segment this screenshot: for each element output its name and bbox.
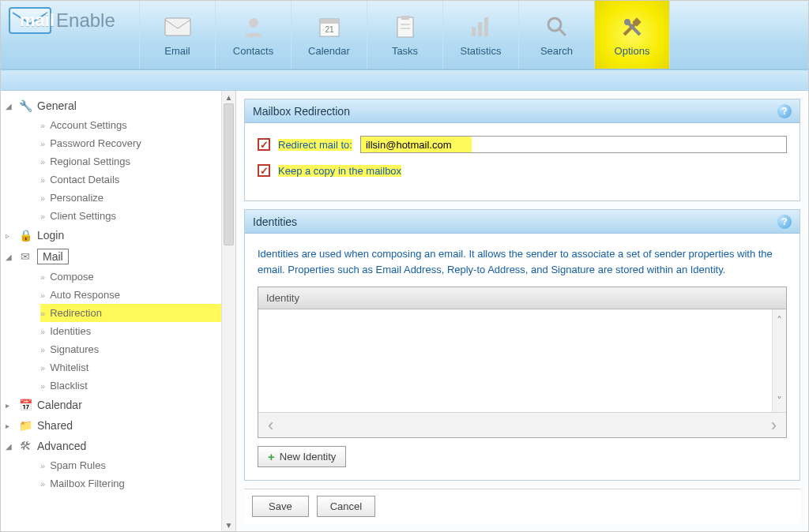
sidebar-item-spam-rules[interactable]: »Spam Rules <box>40 456 223 474</box>
sidebar-item-label: Contact Details <box>50 174 119 185</box>
plus-icon: + <box>268 450 275 463</box>
scroll-up-icon[interactable]: ▲ <box>222 91 235 103</box>
sidebar-cat-login-label: Login <box>37 229 64 242</box>
grid-scrollbar[interactable]: ˄ ˅ <box>772 309 786 412</box>
sidebar-cat-calendar[interactable]: ▸ 📅 Calendar <box>4 395 223 415</box>
chevron-icon: » <box>40 290 45 300</box>
sidebar-item-account-settings[interactable]: »Account Settings <box>40 116 223 134</box>
sidebar-cat-shared-label: Shared <box>37 419 73 432</box>
save-label: Save <box>269 500 292 512</box>
nav-search[interactable]: Search <box>518 1 594 69</box>
sidebar-cat-login[interactable]: ▹ 🔒 Login <box>4 225 223 245</box>
sidebar-item-identities[interactable]: »Identities <box>40 322 223 340</box>
save-button[interactable]: Save <box>252 496 309 517</box>
panel-header: Identities ? <box>245 210 800 234</box>
folder-icon: 📁 <box>18 418 32 433</box>
sidebar-cat-mail[interactable]: ◢ ✉ Mail <box>4 245 223 268</box>
next-page-icon[interactable]: › <box>771 415 777 436</box>
sidebar-item-redirection[interactable]: »Redirection <box>40 304 223 322</box>
redirect-checkbox[interactable] <box>258 138 270 151</box>
chevron-icon: » <box>40 272 45 282</box>
sidebar-cat-advanced[interactable]: ◢ 🛠 Advanced <box>4 436 223 456</box>
chevron-icon: » <box>40 193 45 203</box>
sidebar-item-password-recovery[interactable]: »Password Recovery <box>40 134 223 152</box>
chevron-icon: » <box>40 479 45 489</box>
sidebar-item-client-settings[interactable]: »Client Settings <box>40 207 223 225</box>
identities-grid: Identity ˄ ˅ ‹ › <box>258 287 787 438</box>
sidebar-item-label: Personalize <box>50 192 103 204</box>
svg-rect-10 <box>478 22 482 36</box>
svg-rect-0 <box>165 18 190 36</box>
sidebar-item-label: Whitelist <box>50 362 88 373</box>
redirect-label: Redirect mail to: <box>278 139 352 151</box>
new-identity-button[interactable]: + New Identity <box>258 446 346 467</box>
sidebar: ◢ 🔧 General »Account Settings »Password … <box>1 91 236 531</box>
tools-icon: 🛠 <box>18 439 32 453</box>
sidebar-item-label: Compose <box>50 271 94 283</box>
sidebar-item-personalize[interactable]: »Personalize <box>40 189 223 207</box>
sidebar-item-compose[interactable]: »Compose <box>40 268 223 286</box>
twisty-icon: ◢ <box>6 102 13 111</box>
prev-page-icon[interactable]: ‹ <box>268 415 273 436</box>
sidebar-cat-general-label: General <box>37 99 77 112</box>
twisty-icon: ▸ <box>6 401 13 410</box>
new-identity-label: New Identity <box>280 451 337 463</box>
nav-email[interactable]: Email <box>139 1 215 69</box>
nav-calendar[interactable]: 21 Calendar <box>291 1 367 69</box>
email-icon <box>164 13 191 40</box>
sidebar-item-contact-details[interactable]: »Contact Details <box>40 170 223 189</box>
chevron-icon: » <box>40 381 45 391</box>
sidebar-item-label: Auto Response <box>50 289 120 301</box>
sidebar-cat-general[interactable]: ◢ 🔧 General <box>4 96 223 116</box>
svg-point-1 <box>249 18 258 28</box>
sidebar-item-blacklist[interactable]: »Blacklist <box>40 377 223 395</box>
redirect-input[interactable] <box>360 136 787 153</box>
scroll-down-icon[interactable]: ˅ <box>777 395 782 407</box>
svg-line-13 <box>559 29 566 36</box>
help-icon[interactable]: ? <box>777 104 792 118</box>
svg-text:21: 21 <box>325 25 334 34</box>
statistics-icon <box>468 13 495 40</box>
sidebar-item-label: Blacklist <box>50 380 88 392</box>
sidebar-item-signatures[interactable]: »Signatures <box>40 340 223 358</box>
chevron-icon: » <box>40 309 45 318</box>
chevron-icon: » <box>40 121 45 130</box>
sidebar-cat-advanced-label: Advanced <box>37 440 86 452</box>
sidebar-item-regional-settings[interactable]: »Regional Settings <box>40 152 223 170</box>
nav-options[interactable]: Options <box>594 1 670 69</box>
twisty-icon: ◢ <box>6 442 13 451</box>
chevron-icon: » <box>40 157 45 167</box>
app-logo: mail Enable <box>1 1 139 69</box>
sidebar-cat-calendar-label: Calendar <box>37 399 82 411</box>
nav-tasks[interactable]: Tasks <box>367 1 442 69</box>
svg-rect-9 <box>472 27 476 36</box>
nav-statistics[interactable]: Statistics <box>442 1 518 69</box>
sidebar-item-label: Signatures <box>50 343 99 355</box>
chevron-icon: » <box>40 139 45 148</box>
help-icon[interactable]: ? <box>777 215 792 229</box>
sidebar-item-label: Client Settings <box>50 210 116 222</box>
chevron-icon: » <box>40 345 45 354</box>
lock-icon: 🔒 <box>18 228 32 242</box>
sidebar-item-mailbox-filtering[interactable]: »Mailbox Filtering <box>40 474 223 493</box>
panel-title: Mailbox Redirection <box>253 105 350 118</box>
sidebar-cat-shared[interactable]: ▸ 📁 Shared <box>4 415 223 436</box>
scroll-up-icon[interactable]: ˄ <box>777 314 782 327</box>
svg-point-17 <box>624 19 630 25</box>
sidebar-item-whitelist[interactable]: »Whitelist <box>40 358 223 377</box>
cancel-button[interactable]: Cancel <box>317 496 375 517</box>
panel-title: Identities <box>253 215 297 228</box>
identities-panel: Identities ? Identities are used when co… <box>244 209 800 481</box>
scroll-thumb[interactable] <box>224 103 234 245</box>
sidebar-item-label: Spam Rules <box>50 459 106 471</box>
grid-body: ˄ ˅ <box>258 309 786 412</box>
logo-mail-text: mail <box>20 10 55 31</box>
twisty-icon: ▹ <box>6 231 13 240</box>
sidebar-item-auto-response[interactable]: »Auto Response <box>40 286 223 304</box>
sidebar-scrollbar[interactable]: ▲ ▼ <box>221 91 235 531</box>
keepcopy-checkbox[interactable] <box>258 164 270 177</box>
scroll-down-icon[interactable]: ▼ <box>222 519 235 531</box>
sidebar-item-label: Mailbox Filtering <box>50 478 125 489</box>
nav-tasks-label: Tasks <box>392 45 418 57</box>
nav-contacts[interactable]: Contacts <box>215 1 291 69</box>
